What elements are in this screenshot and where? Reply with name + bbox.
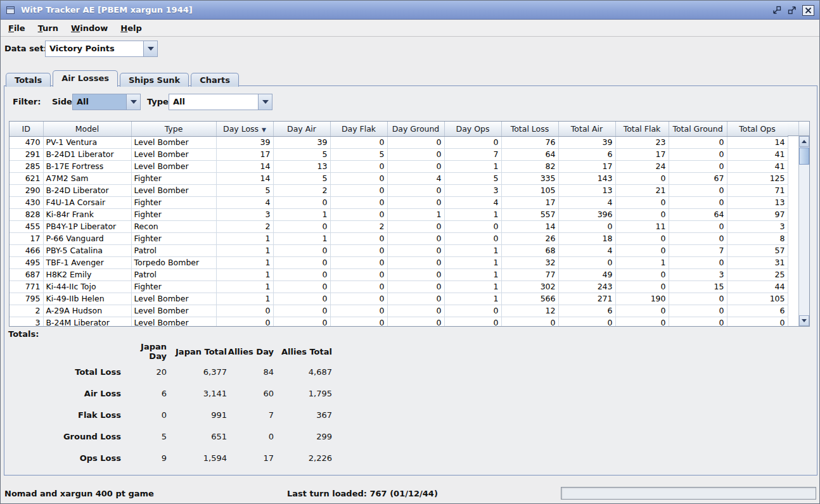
table-cell[interactable]: 0 bbox=[387, 220, 444, 232]
table-cell[interactable]: Level Bomber bbox=[131, 148, 216, 160]
table-cell[interactable]: 0 bbox=[387, 136, 444, 148]
table-cell[interactable]: Fighter bbox=[131, 280, 216, 293]
table-row[interactable]: 828Ki-84r FrankFighter3101155739606497 bbox=[10, 208, 788, 220]
table-row[interactable]: 687H8K2 EmilyPatrol1000177490325 bbox=[10, 268, 788, 280]
table-cell[interactable]: 0 bbox=[615, 172, 669, 184]
table-row[interactable]: 795Ki-49-IIb HelenLevel Bomber1000156627… bbox=[10, 293, 788, 305]
table-cell[interactable]: 1 bbox=[444, 160, 501, 172]
table-cell[interactable]: Ki-44-IIc Tojo bbox=[43, 280, 131, 293]
table-cell[interactable]: Fighter bbox=[131, 172, 216, 184]
table-row[interactable]: 495TBF-1 AvengerTorpedo Bomber1000132010… bbox=[10, 256, 788, 268]
table-cell[interactable]: 1 bbox=[615, 256, 669, 268]
table-cell[interactable]: 0 bbox=[387, 184, 444, 196]
table-cell[interactable]: Ki-84r Frank bbox=[43, 208, 131, 220]
table-cell[interactable]: 0 bbox=[669, 317, 727, 326]
table-cell[interactable]: 0 bbox=[387, 305, 444, 317]
table-cell[interactable]: 0 bbox=[615, 268, 669, 280]
table-cell[interactable]: 0 bbox=[387, 160, 444, 172]
column-header-day-flak[interactable]: Day Flak bbox=[330, 122, 387, 136]
table-cell[interactable]: 302 bbox=[501, 280, 558, 293]
table-cell[interactable]: 271 bbox=[558, 293, 615, 305]
table-cell[interactable]: 0 bbox=[387, 280, 444, 293]
table-cell[interactable]: 0 bbox=[387, 256, 444, 268]
table-cell[interactable]: 41 bbox=[727, 148, 788, 160]
table-row[interactable]: 466PBY-5 CatalinaPatrol100016840757 bbox=[10, 244, 788, 256]
table-cell[interactable]: 2 bbox=[10, 305, 43, 317]
table-cell[interactable]: 64 bbox=[501, 148, 558, 160]
side-filter-combo[interactable]: All bbox=[72, 94, 141, 110]
table-cell[interactable]: Level Bomber bbox=[131, 293, 216, 305]
table-cell[interactable]: 2 bbox=[273, 184, 330, 196]
table-cell[interactable]: 291 bbox=[10, 148, 43, 160]
table-cell[interactable]: 17 bbox=[558, 160, 615, 172]
table-cell[interactable]: 687 bbox=[10, 268, 43, 280]
table-cell[interactable]: 1 bbox=[444, 244, 501, 256]
table-cell[interactable]: 2 bbox=[216, 220, 273, 232]
table-cell[interactable]: 0 bbox=[330, 317, 387, 326]
minimize-button[interactable] bbox=[772, 5, 782, 15]
table-cell[interactable]: 0 bbox=[273, 256, 330, 268]
table-cell[interactable]: 466 bbox=[10, 244, 43, 256]
tab-air-losses[interactable]: Air Losses bbox=[53, 70, 118, 87]
table-cell[interactable]: 18 bbox=[558, 232, 615, 244]
table-row[interactable]: 17P-66 VanguardFighter110002618008 bbox=[10, 232, 788, 244]
table-cell[interactable]: 24 bbox=[615, 160, 669, 172]
table-cell[interactable]: 0 bbox=[615, 244, 669, 256]
table-cell[interactable]: 0 bbox=[669, 196, 727, 208]
table-cell[interactable]: 0 bbox=[615, 232, 669, 244]
table-cell[interactable]: 4 bbox=[216, 196, 273, 208]
close-button[interactable] bbox=[802, 5, 814, 16]
scrollbar-down-button[interactable] bbox=[799, 315, 809, 326]
scrollbar-thumb[interactable] bbox=[799, 148, 809, 165]
table-cell[interactable]: 557 bbox=[501, 208, 558, 220]
table-cell[interactable]: 0 bbox=[387, 244, 444, 256]
table-cell[interactable]: 3 bbox=[669, 268, 727, 280]
table-cell[interactable]: 0 bbox=[669, 220, 727, 232]
table-cell[interactable]: 1 bbox=[216, 268, 273, 280]
column-header-model[interactable]: Model bbox=[43, 122, 131, 136]
table-cell[interactable]: 17 bbox=[615, 148, 669, 160]
table-cell[interactable]: 14 bbox=[501, 220, 558, 232]
menu-item-help[interactable]: Help bbox=[114, 21, 148, 35]
table-cell[interactable]: 0 bbox=[444, 136, 501, 148]
table-cell[interactable]: 11 bbox=[615, 220, 669, 232]
table-cell[interactable]: 0 bbox=[615, 280, 669, 293]
table-cell[interactable]: Level Bomber bbox=[131, 317, 216, 326]
table-cell[interactable]: B-24D1 Liberator bbox=[43, 148, 131, 160]
table-cell[interactable]: 25 bbox=[727, 268, 788, 280]
column-header-total-loss[interactable]: Total Loss bbox=[501, 122, 558, 136]
table-cell[interactable]: 4 bbox=[558, 244, 615, 256]
table-cell[interactable]: 335 bbox=[501, 172, 558, 184]
column-header-type[interactable]: Type bbox=[131, 122, 216, 136]
table-cell[interactable]: 0 bbox=[330, 244, 387, 256]
table-cell[interactable]: 14 bbox=[216, 172, 273, 184]
table-cell[interactable]: 1 bbox=[444, 293, 501, 305]
table-cell[interactable]: 5 bbox=[216, 184, 273, 196]
table-cell[interactable]: 57 bbox=[727, 244, 788, 256]
table-cell[interactable]: 14 bbox=[727, 136, 788, 148]
scrollbar-up-button[interactable] bbox=[799, 136, 809, 147]
table-row[interactable]: 771Ki-44-IIc TojoFighter1000130224301544 bbox=[10, 280, 788, 293]
table-cell[interactable]: 0 bbox=[273, 317, 330, 326]
table-cell[interactable]: PV-1 Ventura bbox=[43, 136, 131, 148]
table-cell[interactable]: 7 bbox=[444, 148, 501, 160]
table-cell[interactable]: Patrol bbox=[131, 244, 216, 256]
table-cell[interactable]: Torpedo Bomber bbox=[131, 256, 216, 268]
table-cell[interactable]: 143 bbox=[558, 172, 615, 184]
table-cell[interactable]: 0 bbox=[669, 148, 727, 160]
table-cell[interactable]: A7M2 Sam bbox=[43, 172, 131, 184]
table-cell[interactable]: 0 bbox=[330, 172, 387, 184]
table-cell[interactable]: 26 bbox=[501, 232, 558, 244]
table-cell[interactable]: 0 bbox=[669, 136, 727, 148]
table-cell[interactable]: A-29A Hudson bbox=[43, 305, 131, 317]
table-cell[interactable]: 0 bbox=[330, 232, 387, 244]
table-cell[interactable]: 396 bbox=[558, 208, 615, 220]
table-cell[interactable]: Level Bomber bbox=[131, 305, 216, 317]
table-cell[interactable]: 14 bbox=[216, 160, 273, 172]
table-cell[interactable]: 125 bbox=[727, 172, 788, 184]
table-cell[interactable]: PB4Y-1P Liberator bbox=[43, 220, 131, 232]
table-cell[interactable]: 0 bbox=[273, 293, 330, 305]
table-cell[interactable]: 3 bbox=[10, 317, 43, 326]
column-header-total-air[interactable]: Total Air bbox=[558, 122, 615, 136]
table-cell[interactable]: 4 bbox=[558, 196, 615, 208]
